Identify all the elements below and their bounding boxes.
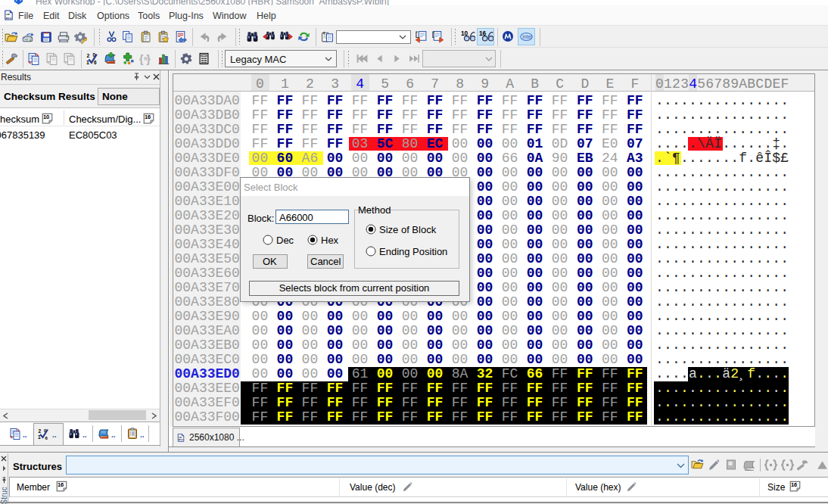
svg-text:2: 2 bbox=[87, 53, 90, 58]
svg-text:intel: intel bbox=[522, 34, 532, 39]
svg-text:011: 011 bbox=[179, 438, 183, 441]
svg-text:011: 011 bbox=[6, 16, 12, 20]
svg-text:16: 16 bbox=[791, 481, 797, 488]
svg-text:6: 6 bbox=[94, 60, 97, 65]
svg-text:{: { bbox=[139, 53, 144, 65]
svg-text:2: 2 bbox=[39, 428, 42, 434]
svg-text:16: 16 bbox=[58, 481, 64, 488]
svg-text:6: 6 bbox=[45, 436, 48, 440]
